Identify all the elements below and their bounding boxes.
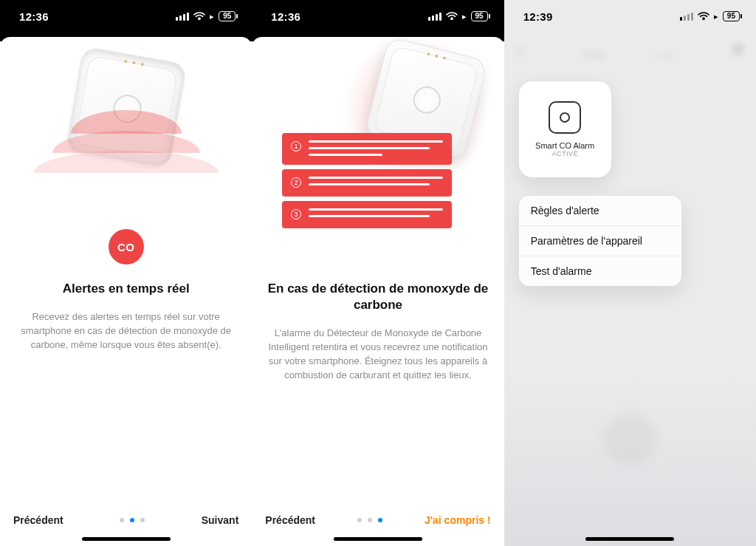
co-alarm-icon — [549, 101, 581, 134]
onboarding-description: Recevez des alertes en temps réel sur vo… — [15, 310, 237, 352]
onboarding-description: L'alarme du Détecteur de Monoxyde de Car… — [267, 327, 489, 382]
status-time: 12:36 — [19, 10, 49, 23]
home-indicator[interactable] — [334, 537, 422, 541]
dot-1 — [368, 518, 372, 522]
device-tile-state: ACTIVÉ — [535, 150, 594, 157]
settings-icon-blurred: ⚙ — [733, 43, 743, 56]
blurred-header: ———— — [504, 40, 756, 69]
camera-icon: ▸ — [210, 12, 214, 21]
dot-0 — [357, 518, 362, 522]
page-indicator — [357, 518, 382, 522]
menu-item-alert-rules[interactable]: Règles d'alerte — [519, 196, 681, 225]
done-button[interactable]: J'ai compris ! — [425, 514, 491, 526]
camera-icon: ▸ — [714, 12, 718, 21]
illustration-area: CO — [0, 37, 252, 259]
onboarding-sheet: 1 2 3 En cas de détection de monoxyde de… — [252, 37, 504, 546]
alert-steps-illustration: 1 2 3 — [282, 133, 452, 233]
dot-0 — [120, 518, 124, 522]
signal-icon — [176, 13, 189, 21]
status-right: ▸ 95 — [428, 11, 488, 21]
dot-2 — [378, 518, 382, 522]
prev-button[interactable]: Précédent — [13, 514, 63, 526]
camera-icon: ▸ — [462, 12, 467, 21]
blurred-device-preview — [604, 413, 656, 465]
wifi-icon — [193, 12, 205, 21]
onboarding-title: Alertes en temps réel — [15, 281, 237, 297]
illustration-area: 1 2 3 — [252, 37, 504, 259]
status-bar: 12:36 ▸ 95 — [0, 0, 252, 33]
menu-item-alarm-test[interactable]: Test d'alarme — [519, 256, 681, 286]
status-time: 12:36 — [271, 10, 300, 23]
dot-1 — [130, 518, 134, 522]
battery-indicator: 95 — [471, 11, 488, 21]
home-indicator[interactable] — [585, 537, 674, 541]
onboarding-title: En cas de détection de monoxyde de carbo… — [267, 281, 489, 313]
screen-3: 12:39 ▸ 95 ‹ ———— ⚙ Smart CO Alarm ACTIV… — [504, 0, 756, 546]
next-button[interactable]: Suivant — [202, 514, 239, 526]
menu-item-device-settings[interactable]: Paramètres de l'appareil — [519, 225, 681, 256]
screen-1: 12:36 ▸ 95 CO — [0, 0, 252, 546]
status-bar: 12:36 ▸ 95 — [252, 0, 504, 33]
screen-2: 12:36 ▸ 95 1 2 3 — [252, 0, 504, 546]
device-tile[interactable]: Smart CO Alarm ACTIVÉ — [519, 81, 611, 177]
device-tile-name: Smart CO Alarm — [535, 141, 594, 150]
signal-icon — [428, 13, 441, 21]
page-indicator — [120, 518, 145, 522]
onboarding-sheet: CO Alertes en temps réel Recevez des ale… — [0, 37, 252, 546]
home-indicator[interactable] — [82, 537, 171, 541]
signal-waves-icon — [30, 110, 222, 191]
status-right: ▸ 95 — [680, 11, 740, 21]
battery-indicator: 95 — [219, 11, 236, 21]
prev-button[interactable]: Précédent — [265, 514, 315, 526]
status-bar: 12:39 ▸ 95 — [504, 0, 756, 33]
battery-indicator: 95 — [723, 11, 740, 21]
wifi-icon — [698, 12, 709, 21]
context-menu: Règles d'alerte Paramètres de l'appareil… — [519, 196, 681, 286]
signal-icon — [680, 13, 693, 21]
wifi-icon — [446, 12, 458, 21]
dot-2 — [140, 518, 145, 522]
three-screens-row: 12:36 ▸ 95 CO — [0, 0, 756, 546]
status-right: ▸ 95 — [176, 11, 236, 21]
status-time: 12:39 — [523, 10, 553, 23]
co-badge-icon: CO — [109, 229, 144, 265]
